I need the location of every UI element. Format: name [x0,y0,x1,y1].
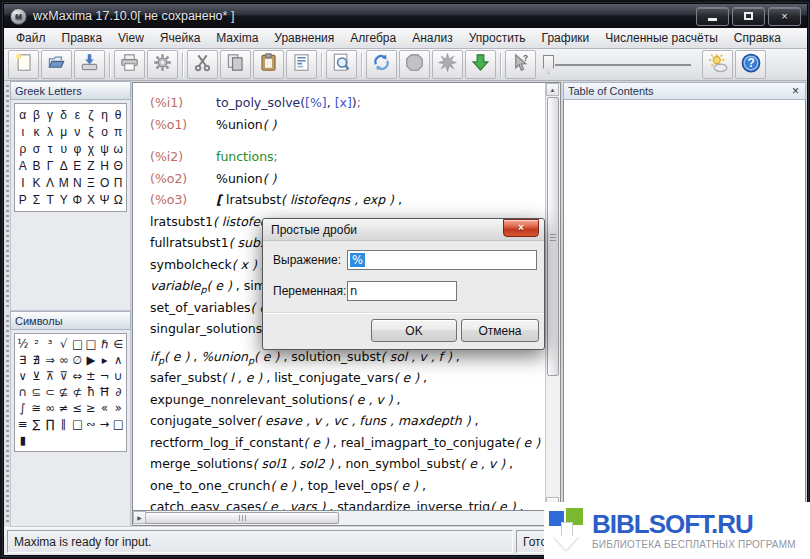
greek-letter-button[interactable]: ψ [98,141,112,157]
greek-letter-button[interactable]: χ [84,141,98,157]
menu-item[interactable]: Ячейка [152,29,208,47]
greek-letter-button[interactable]: Ζ [84,158,98,174]
greek-letter-button[interactable]: Ξ [84,175,98,191]
symbol-button[interactable]: ⇒ [43,353,57,368]
symbol-button[interactable]: □ [111,417,125,432]
menu-item[interactable]: Анализ [404,29,461,47]
greek-letter-button[interactable]: Ε [71,158,85,174]
symbol-button[interactable]: ∅ [71,353,85,368]
paste-button[interactable] [253,50,284,79]
symbol-button[interactable]: ▶ [84,353,98,368]
greek-letter-button[interactable]: Μ [57,175,71,191]
greek-letter-button[interactable]: ν [71,124,85,140]
symbol-button[interactable]: ⊆ [30,385,44,400]
menu-item[interactable]: Maxima [208,29,266,47]
symbol-button[interactable]: ∾ [84,417,98,432]
menu-item[interactable]: Файл [8,29,54,47]
greek-letter-button[interactable]: Ν [71,175,85,191]
plot-sun-button[interactable] [702,50,733,79]
configure-button[interactable] [147,50,178,79]
symbol-button[interactable]: □ [84,337,98,352]
restart-button[interactable] [366,50,397,79]
greek-letter-button[interactable]: Ω [111,192,125,208]
symbol-button[interactable]: ⊂ [43,385,57,400]
stop-button[interactable] [399,50,430,79]
edit-format-button[interactable] [286,50,317,79]
save-button[interactable] [74,50,105,79]
symbols-pane-caption[interactable]: Символы [10,311,131,330]
greek-letter-button[interactable]: Φ [71,192,85,208]
symbol-button[interactable]: ∪ [111,369,125,384]
symbol-button[interactable]: ⇔ [71,369,85,384]
maximize-button[interactable] [732,7,765,26]
greek-letter-button[interactable]: Θ [111,158,125,174]
scroll-up-arrow[interactable]: ▲ [546,83,559,96]
greek-letter-button[interactable]: κ [30,124,44,140]
greek-letter-button[interactable]: ε [71,107,85,123]
greek-letter-button[interactable]: π [111,124,125,140]
greek-letter-button[interactable]: υ [57,141,71,157]
symbol-button[interactable]: ∂ [111,385,125,400]
symbol-button[interactable]: ⊈ [57,385,71,400]
greek-letter-button[interactable]: ω [111,141,125,157]
greek-letter-button[interactable]: Λ [43,175,57,191]
symbol-button[interactable]: ∫ [16,401,30,416]
help-button[interactable]: ? [735,50,766,79]
follow-button[interactable] [465,50,496,79]
greek-letter-button[interactable]: Π [111,175,125,191]
symbol-button[interactable]: ▮ [16,433,30,448]
symbol-button[interactable]: ∩ [16,385,30,400]
expression-input[interactable]: % [347,250,537,270]
greek-letter-button[interactable]: Υ [57,192,71,208]
symbol-button[interactable]: ¬ [98,369,112,384]
animation-slider[interactable] [543,51,693,78]
symbol-button[interactable]: ≤ [71,401,85,416]
symbol-button[interactable]: ⊽ [57,369,71,384]
greek-letter-button[interactable]: μ [57,124,71,140]
greek-letter-button[interactable]: ο [98,124,112,140]
find-button[interactable] [326,50,357,79]
new-document-button[interactable] [8,50,39,79]
symbol-button[interactable]: » [111,401,125,416]
dialog-close-button[interactable]: × [503,219,539,237]
greek-letter-button[interactable]: Χ [84,192,98,208]
symbol-button[interactable]: □ [71,337,85,352]
greek-letter-button[interactable]: Η [98,158,112,174]
greek-letter-button[interactable]: β [30,107,44,123]
vertical-scrollbar-thumb[interactable] [547,97,559,376]
symbol-button[interactable]: ≅ [30,401,44,416]
greek-letter-button[interactable]: γ [43,107,57,123]
variable-input[interactable]: n [347,281,457,301]
greek-letter-button[interactable]: θ [111,107,125,123]
greek-letter-button[interactable]: ρ [16,141,30,157]
horizontal-scrollbar-thumb[interactable] [145,512,339,524]
symbol-button[interactable]: ∄ [30,353,44,368]
menu-item[interactable]: Упростить [461,29,534,47]
symbol-button[interactable]: ħ [84,385,98,400]
symbol-button[interactable]: ½ [16,337,30,352]
symbol-button[interactable]: √ [57,337,71,352]
cut-button[interactable] [187,50,218,79]
close-button[interactable]: × [768,7,801,26]
greek-letter-button[interactable]: τ [43,141,57,157]
greek-letter-button[interactable]: Ρ [16,192,30,208]
symbol-button[interactable]: □ [71,417,85,432]
symbol-button[interactable]: ⊄ [71,385,85,400]
symbol-button[interactable]: ∈ [111,337,125,352]
symbol-button[interactable]: → [98,417,112,432]
symbol-button[interactable]: ∑ [30,417,44,432]
symbol-button[interactable]: ⊼ [43,369,57,384]
greek-letter-button[interactable]: λ [43,124,57,140]
menu-item[interactable]: Алгебра [342,29,404,47]
symbol-button[interactable]: ℏ [98,337,112,352]
greek-letter-button[interactable]: ζ [84,107,98,123]
toc-body[interactable] [563,100,806,511]
symbol-button[interactable]: « [98,401,112,416]
symbol-button[interactable]: ∃ [16,353,30,368]
help-pointer-button[interactable]: ? [505,50,536,79]
vertical-scrollbar[interactable]: ▲ ▼ [545,83,560,510]
symbol-button[interactable]: ≡ [16,417,30,432]
toc-close-icon[interactable]: × [790,85,801,97]
greek-letter-button[interactable]: Α [16,158,30,174]
greek-letter-button[interactable]: σ [30,141,44,157]
